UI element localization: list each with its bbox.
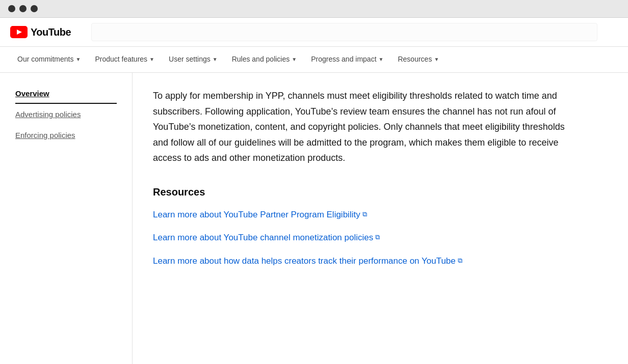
resource-link-ypp-eligibility[interactable]: Learn more about YouTube Partner Program… [153, 208, 566, 221]
nav-label-user-settings: User settings [169, 55, 211, 63]
chevron-user-settings-icon: ▼ [213, 57, 218, 62]
chevron-progress-icon: ▼ [379, 57, 384, 62]
nav-item-our-commitments[interactable]: Our commitments ▼ [10, 47, 88, 72]
nav-label-progress-and-impact: Progress and impact [311, 55, 376, 63]
main-content: To apply for membership in YPP, channels… [133, 73, 591, 364]
nav-label-product-features: Product features [95, 55, 147, 63]
resources-section: Resources Learn more about YouTube Partn… [153, 186, 566, 268]
sidebar: Overview Advertising policies Enforcing … [0, 73, 133, 364]
youtube-icon [10, 26, 28, 38]
resource-link-ypp-text: Learn more about YouTube Partner Program… [153, 208, 360, 221]
nav-item-resources[interactable]: Resources ▼ [390, 47, 446, 72]
sidebar-item-enforcing-policies[interactable]: Enforcing policies [15, 125, 117, 146]
sidebar-item-overview[interactable]: Overview [15, 83, 117, 104]
traffic-lights-bar [0, 0, 628, 18]
nav-label-rules-and-policies: Rules and policies [232, 55, 290, 63]
external-link-icon-2: ⧉ [458, 256, 462, 266]
dot-yellow [19, 5, 27, 12]
main-layout: Overview Advertising policies Enforcing … [0, 73, 628, 364]
chevron-resources-icon: ▼ [434, 57, 439, 62]
header-search-bar [91, 23, 597, 41]
external-link-icon-1: ⧉ [375, 232, 380, 242]
nav-item-rules-and-policies[interactable]: Rules and policies ▼ [225, 47, 304, 72]
resource-link-monetization-policies[interactable]: Learn more about YouTube channel monetiz… [153, 231, 566, 244]
dot-red [8, 5, 15, 12]
chevron-product-features-icon: ▼ [149, 57, 154, 62]
resource-link-data-text: Learn more about how data helps creators… [153, 255, 456, 268]
nav-item-user-settings[interactable]: User settings ▼ [162, 47, 225, 72]
main-nav: Our commitments ▼ Product features ▼ Use… [0, 47, 628, 73]
nav-label-resources: Resources [398, 55, 432, 63]
nav-label-our-commitments: Our commitments [17, 55, 73, 63]
nav-item-product-features[interactable]: Product features ▼ [88, 47, 162, 72]
nav-item-progress-and-impact[interactable]: Progress and impact ▼ [304, 47, 390, 72]
sidebar-item-advertising-policies[interactable]: Advertising policies [15, 104, 117, 125]
resource-link-data-creators[interactable]: Learn more about how data helps creators… [153, 255, 566, 268]
external-link-icon-0: ⧉ [362, 209, 367, 219]
chevron-rules-icon: ▼ [292, 57, 297, 62]
resource-link-monetization-text: Learn more about YouTube channel monetiz… [153, 231, 373, 244]
chevron-our-commitments-icon: ▼ [75, 57, 81, 62]
youtube-wordmark: YouTube [31, 26, 71, 38]
dot-green [31, 5, 38, 12]
logo[interactable]: YouTube [10, 26, 71, 38]
content-body-text: To apply for membership in YPP, channels… [153, 88, 566, 166]
resources-heading: Resources [153, 186, 566, 198]
header: YouTube [0, 18, 628, 47]
